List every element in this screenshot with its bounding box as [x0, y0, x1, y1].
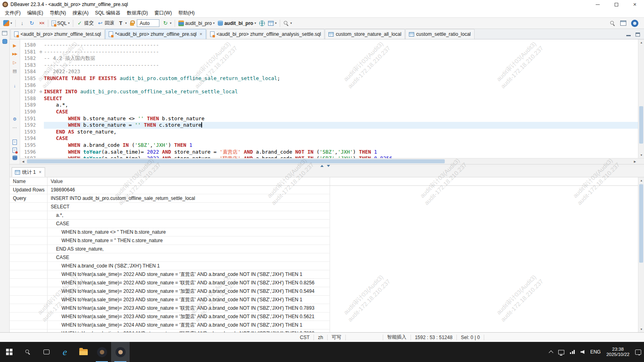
editor-tab-3[interactable]: custom_store_nature_all_local	[325, 29, 405, 39]
file-explorer-button[interactable]	[74, 342, 93, 362]
code-line[interactable]: 1595 WHEN a.brand_code IN ('SBZ','JXH') …	[20, 142, 638, 149]
editor-tab-4[interactable]: custom_settle_ratio_local	[405, 29, 474, 39]
close-button[interactable]: ✕	[625, 0, 644, 9]
commit-mode-combo[interactable]: Auto	[137, 19, 159, 27]
query-manager-icon[interactable]	[12, 156, 17, 160]
execute-script-icon[interactable]: ▶▶	[12, 51, 18, 57]
task-view-button[interactable]	[37, 342, 56, 362]
code-line[interactable]: 1592 WHEN b.store_nature = '' THEN c.sto…	[20, 122, 638, 129]
language-indicator[interactable]: ENG	[587, 342, 603, 362]
code-line[interactable]: 1594 CASE	[20, 135, 638, 142]
stats-row-11[interactable]: WHEN toYear(a.sale_time)= 2022 AND store…	[10, 279, 638, 287]
restore-view-icon[interactable]	[2, 31, 7, 35]
panel-splitter[interactable]	[10, 164, 644, 167]
code-line[interactable]: 1596 WHEN toYear(a.sale_time)= 2022 AND …	[20, 149, 638, 156]
code-line[interactable]: 1587⊖INSERT INTO audit_bi_pro.custom_off…	[20, 88, 638, 95]
menu-item-3[interactable]: 搜索(A)	[69, 9, 92, 17]
fold-collapse-icon[interactable]: ⊖	[38, 88, 44, 95]
column-header-value[interactable]: Value	[47, 177, 330, 185]
stats-row-5[interactable]: WHEN b.store_nature <> '' THEN b.store_n…	[10, 228, 638, 237]
code-line[interactable]: 1585TRUNCATE TABLE IF EXISTS audit_bi_pr…	[20, 75, 638, 82]
minimize-button[interactable]	[588, 0, 607, 9]
more-actions-icon[interactable]: ⋯	[12, 125, 18, 130]
scroll-thumb[interactable]	[639, 184, 643, 263]
export-data-icon[interactable]: ↓	[12, 83, 18, 88]
pinned-app-button[interactable]	[93, 342, 111, 362]
stats-row-2[interactable]: SELECT	[10, 203, 638, 211]
code-line[interactable]: 1586	[20, 82, 638, 89]
code-line[interactable]: 1591 WHEN b.store_nature <> '' THEN b.st…	[20, 115, 638, 122]
code-line[interactable]: 1580------------------------------------…	[20, 42, 638, 49]
stats-vertical-scrollbar[interactable]: ▲ ▼	[638, 177, 644, 332]
minimize-view-icon[interactable]	[626, 33, 631, 36]
scroll-left-arrow[interactable]: ◀	[20, 158, 26, 165]
dbeaver-taskbar-button[interactable]	[111, 342, 130, 362]
new-connection-button[interactable]: ▾	[2, 19, 14, 28]
menu-item-6[interactable]: 窗口(W)	[151, 9, 175, 17]
code-line[interactable]: 1593 END AS store_nature,	[20, 129, 638, 136]
execute-new-tab-icon[interactable]: ▷	[12, 60, 18, 65]
collapse-down-icon[interactable]	[327, 165, 330, 167]
editor-tab-0[interactable]: <audit_bi_pro> zhumr_offline_test.sql	[10, 29, 105, 39]
start-button[interactable]	[0, 342, 19, 362]
stats-row-17[interactable]: WHEN toYear(a.sale_time)= 2024 AND store…	[10, 329, 638, 332]
stats-row-7[interactable]: END AS store_nature,	[10, 245, 638, 253]
scroll-track[interactable]	[26, 158, 632, 164]
autocommit-lock-button[interactable]	[128, 19, 136, 28]
scroll-thumb[interactable]	[639, 106, 643, 144]
stats-row-1[interactable]: QueryINSERT INTO audit_bi_pro.custom_off…	[10, 194, 638, 203]
tray-volume-button[interactable]	[578, 342, 587, 362]
stats-row-3[interactable]: a.*,	[10, 211, 638, 220]
connection-selector[interactable]: audit_bi_pro ▾	[177, 19, 216, 28]
stats-row-16[interactable]: WHEN toYear(a.sale_time)= 2024 AND store…	[10, 321, 638, 329]
scroll-up-arrow[interactable]: ▲	[638, 39, 644, 45]
stats-row-15[interactable]: WHEN toYear(a.sale_time)= 2023 AND store…	[10, 313, 638, 321]
clock[interactable]: 23:38 2025/10/22	[603, 342, 632, 362]
connect-button[interactable]: ↓	[17, 19, 27, 28]
explain-plan-icon[interactable]: ▤	[12, 68, 18, 74]
code-line[interactable]: 1588SELECT	[20, 95, 638, 102]
editor-vertical-scrollbar[interactable]: ▲ ▼	[638, 39, 644, 158]
maximize-button[interactable]	[607, 0, 625, 9]
taskbar-search-button[interactable]	[19, 342, 37, 362]
stats-row-14[interactable]: WHEN toYear(a.sale_time)= 2023 AND store…	[10, 304, 638, 313]
scroll-up-arrow[interactable]: ▲	[638, 177, 644, 183]
scroll-track[interactable]	[638, 45, 644, 152]
stats-row-10[interactable]: WHEN toYear(a.sale_time)= 2022 AND store…	[10, 270, 638, 279]
close-icon[interactable]: ✕	[39, 170, 42, 174]
status-caret-position[interactable]: 1592 : 53 : 51248	[411, 335, 456, 340]
collapse-up-icon[interactable]	[320, 165, 324, 167]
tray-expand-button[interactable]	[547, 342, 555, 362]
grid-settings-button[interactable]: ▾	[266, 19, 278, 28]
search-tools-button[interactable]: ▾	[282, 19, 293, 28]
schema-selector[interactable]: audit_bi_pro ▾	[216, 19, 258, 28]
menu-item-4[interactable]: SQL 编辑器	[92, 9, 124, 17]
column-header-name[interactable]: Name	[10, 177, 47, 185]
menu-item-5[interactable]: 数据库(D)	[124, 9, 151, 17]
code-line[interactable]: 1582-- 4.2 插入国内数据	[20, 55, 638, 62]
transaction-log-button[interactable]: T ▾	[116, 19, 128, 28]
close-tab-icon[interactable]: ✕	[200, 32, 203, 36]
code-line[interactable]: 1584-- 2022-2023	[20, 68, 638, 75]
code-line[interactable]: 1581⊖-----------------------------------…	[20, 49, 638, 56]
network-button[interactable]	[258, 19, 266, 28]
rollback-button[interactable]: ↩ 回滚	[95, 19, 116, 28]
code-line[interactable]: 1597 WHEN toYear(a.sale_time)= 2022 AND …	[20, 155, 638, 158]
code-line[interactable]: 1590 CASE	[20, 109, 638, 115]
scroll-thumb[interactable]	[27, 159, 445, 163]
error-log-icon[interactable]	[12, 148, 17, 153]
tray-network-button[interactable]	[567, 342, 578, 362]
editor-horizontal-scrollbar[interactable]: ◀ ▶	[20, 158, 644, 164]
internet-explorer-button[interactable]: e	[56, 342, 74, 362]
menu-item-1[interactable]: 编辑(E)	[24, 9, 46, 17]
menu-item-7[interactable]: 帮助(H)	[175, 9, 198, 17]
stats-row-0[interactable]: Updated Rows198690646	[10, 186, 638, 194]
menu-item-0[interactable]: 文件(F)	[2, 9, 24, 17]
code-line[interactable]: 1589 a.*,	[20, 102, 638, 109]
commit-button[interactable]: ✓ 提交	[75, 19, 95, 28]
tray-monitor-button[interactable]	[555, 342, 567, 362]
editor-tab-2[interactable]: <audit_bi_pro> zhumr_offline_analysis_se…	[206, 29, 324, 39]
code-line[interactable]: 1583------------------------------------…	[20, 62, 638, 69]
stats-row-13[interactable]: WHEN toYear(a.sale_time)= 2023 AND store…	[10, 296, 638, 304]
perspective-icon[interactable]	[620, 21, 626, 26]
